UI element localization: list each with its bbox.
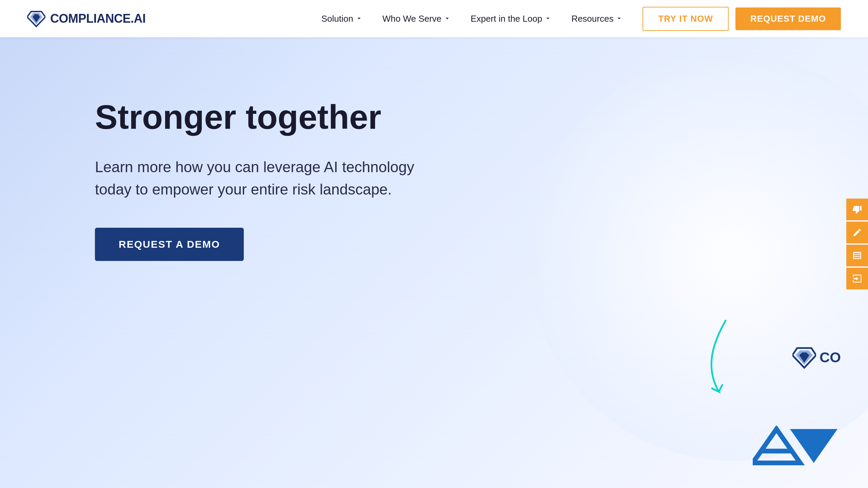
edit-icon xyxy=(852,228,862,237)
logo-icon xyxy=(27,9,45,28)
hero-section: Stronger together Learn more how you can… xyxy=(0,37,868,488)
logo[interactable]: COMPLIANCE.AI xyxy=(27,9,146,28)
request-demo-button[interactable]: REQUEST DEMO xyxy=(735,7,841,30)
chevron-down-icon xyxy=(545,16,551,22)
side-thumbsdown-button[interactable] xyxy=(846,199,868,220)
brand-a-logo xyxy=(753,426,848,468)
nav-buttons: TRY IT NOW REQUEST DEMO xyxy=(643,7,841,31)
table-icon xyxy=(852,251,862,260)
nav-item-who-we-serve[interactable]: Who We Serve xyxy=(382,14,450,24)
nav-links: Solution Who We Serve Expert in the Loop… xyxy=(321,14,623,24)
hero-arrow-decoration xyxy=(692,317,760,420)
hero-content: Stronger together Learn more how you can… xyxy=(95,98,427,261)
chevron-down-icon xyxy=(444,16,450,22)
side-signin-button[interactable] xyxy=(846,268,868,289)
nav-item-solution[interactable]: Solution xyxy=(321,14,362,24)
brand-co-text: CO xyxy=(820,349,841,366)
brand-logo-icon xyxy=(792,346,816,369)
side-edit-button[interactable] xyxy=(846,222,868,243)
brand-compliance-logo: CO xyxy=(792,346,841,369)
thumbs-down-icon xyxy=(852,205,862,214)
svg-marker-6 xyxy=(753,429,800,463)
nav-item-expert-in-loop[interactable]: Expert in the Loop xyxy=(471,14,551,24)
chevron-down-icon xyxy=(616,16,622,22)
sign-in-icon xyxy=(852,274,862,283)
hero-description: Learn more how you can leverage AI techn… xyxy=(95,156,427,201)
hero-title: Stronger together xyxy=(95,98,427,136)
logo-text: COMPLIANCE.AI xyxy=(50,12,146,26)
side-table-button[interactable] xyxy=(846,245,868,266)
try-it-now-button[interactable]: TRY IT NOW xyxy=(643,7,729,31)
request-demo-cta-button[interactable]: REQUEST A DEMO xyxy=(95,228,244,261)
side-buttons xyxy=(846,199,868,289)
navbar: COMPLIANCE.AI Solution Who We Serve Expe… xyxy=(0,0,868,37)
nav-item-resources[interactable]: Resources xyxy=(571,14,622,24)
chevron-down-icon xyxy=(356,16,362,22)
